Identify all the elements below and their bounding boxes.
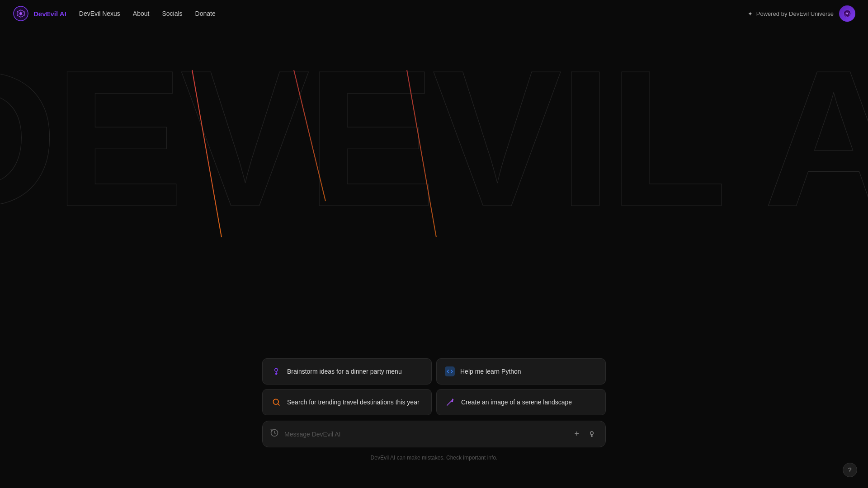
- hero-title-text: DEVEVIL AI: [0, 30, 868, 242]
- wand-icon: [445, 397, 456, 408]
- nav-about[interactable]: About: [133, 10, 150, 17]
- suggestion-text-brainstorm: Brainstorm ideas for a dinner party menu: [287, 368, 402, 375]
- code-icon: [445, 366, 455, 376]
- svg-point-1: [19, 12, 22, 15]
- powered-by: ✦ Powered by DevEvil Universe: [748, 10, 834, 17]
- suggestion-text-image: Create an image of a serene landscape: [461, 399, 572, 406]
- navbar: DevEvil AI DevEvil Nexus About Socials D…: [0, 0, 868, 27]
- search-icon: [271, 397, 282, 408]
- svg-point-3: [846, 13, 848, 14]
- suggestion-card-travel[interactable]: Search for trending travel destinations …: [262, 389, 432, 415]
- svg-line-15: [278, 404, 280, 406]
- universe-avatar[interactable]: [839, 5, 855, 22]
- sparkle-icon: ✦: [748, 10, 753, 17]
- history-icon: [270, 428, 279, 440]
- chat-input-actions: +: [572, 427, 598, 441]
- hero-title-container: DEVEVIL AI: [0, 25, 868, 242]
- bottom-section: Brainstorm ideas for a dinner party menu…: [262, 358, 606, 461]
- svg-point-14: [273, 399, 278, 404]
- suggestion-card-brainstorm[interactable]: Brainstorm ideas for a dinner party menu: [262, 358, 432, 385]
- suggestion-card-python[interactable]: Help me learn Python: [436, 358, 606, 385]
- svg-point-21: [590, 432, 594, 435]
- powered-by-text: Powered by DevEvil Universe: [756, 10, 834, 17]
- help-button[interactable]: ?: [843, 463, 857, 477]
- suggestion-card-image[interactable]: Create an image of a serene landscape: [436, 389, 606, 415]
- nav-brand[interactable]: DevEvil AI: [33, 10, 66, 18]
- suggestion-grid: Brainstorm ideas for a dinner party menu…: [262, 358, 606, 415]
- bulb-icon: [271, 366, 282, 377]
- chat-input[interactable]: [284, 431, 567, 438]
- nav-donate[interactable]: Donate: [195, 10, 216, 17]
- svg-point-13: [275, 368, 278, 371]
- add-button[interactable]: +: [572, 427, 581, 441]
- chat-input-container: +: [262, 421, 606, 447]
- disclaimer: DevEvil AI can make mistakes. Check impo…: [371, 455, 498, 461]
- logo-container: DevEvil AI: [13, 5, 66, 22]
- nav-nexus[interactable]: DevEvil Nexus: [79, 10, 120, 17]
- suggestion-text-travel: Search for trending travel destinations …: [287, 399, 420, 406]
- light-button[interactable]: [585, 428, 598, 441]
- navbar-right: ✦ Powered by DevEvil Universe: [748, 5, 855, 22]
- lightbulb-icon: [587, 430, 596, 439]
- navbar-left: DevEvil AI DevEvil Nexus About Socials D…: [13, 5, 216, 22]
- nav-socials[interactable]: Socials: [162, 10, 182, 17]
- svg-line-16: [447, 401, 452, 406]
- suggestion-text-python: Help me learn Python: [460, 368, 521, 375]
- plus-icon: +: [574, 429, 579, 439]
- logo-icon: [13, 5, 29, 22]
